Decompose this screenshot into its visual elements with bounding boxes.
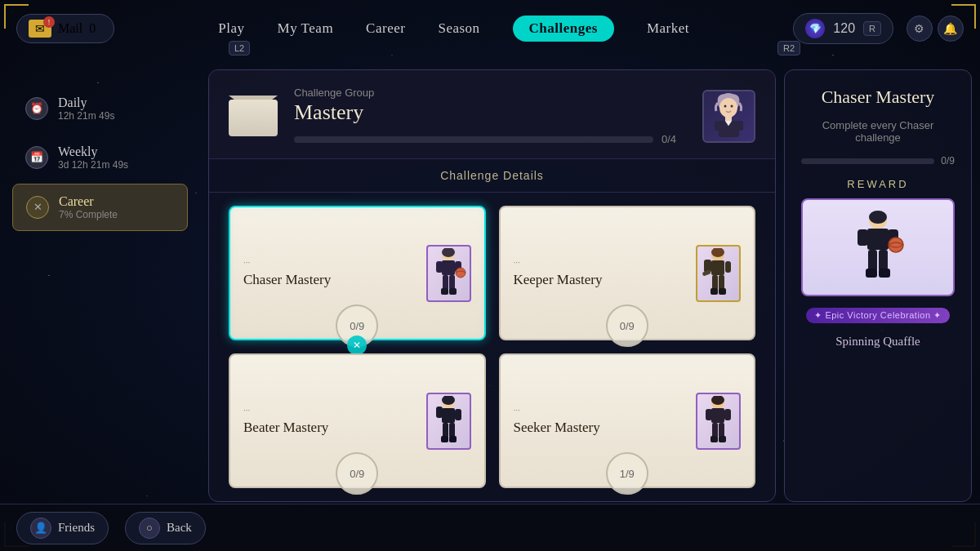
nav-play[interactable]: Play <box>218 20 244 37</box>
currency-icon: 💎 <box>805 19 825 38</box>
sidebar: ⏰ Daily 12h 21m 49s 📅 Weekly 3d 12h 21m … <box>0 69 200 502</box>
career-icon: ✕ <box>26 196 49 219</box>
sidebar-item-daily[interactable]: ⏰ Daily 12h 21m 49s <box>12 86 188 131</box>
svg-rect-41 <box>724 409 731 420</box>
keeper-card-left: ··· Keeper Mastery <box>514 258 603 288</box>
character-avatar <box>702 90 755 143</box>
svg-rect-4 <box>725 116 732 121</box>
challenge-group-label: Challenge Group <box>294 87 686 99</box>
nav-myteam[interactable]: My Team <box>278 20 334 37</box>
svg-rect-48 <box>867 229 889 250</box>
challenge-card-beater[interactable]: ··· Beater Mastery <box>229 353 486 488</box>
svg-point-17 <box>456 268 466 278</box>
svg-rect-11 <box>436 261 443 273</box>
friends-label: Friends <box>58 521 95 535</box>
weekly-sublabel: 3d 12h 21m 49s <box>58 159 128 171</box>
seeker-card-title: Seeker Mastery <box>514 420 600 436</box>
mail-badge: ! <box>43 16 55 28</box>
reward-badge: ✦ Epic Victory Celebration ✦ <box>806 308 949 323</box>
nav-challenges[interactable]: Challenges <box>513 16 614 42</box>
svg-rect-45 <box>719 436 726 442</box>
svg-point-3 <box>731 105 733 108</box>
right-progress-text: 0/9 <box>941 155 955 167</box>
nav-season[interactable]: Season <box>438 20 479 37</box>
challenge-card-seeker[interactable]: ··· Seeker Mastery <box>499 353 756 488</box>
right-panel-progress: 0/9 <box>801 155 955 167</box>
weekly-icon: 📅 <box>25 146 48 169</box>
challenge-details-header: Challenge Details <box>209 159 775 193</box>
avatar-svg <box>706 91 751 140</box>
chaser-figure <box>430 248 467 299</box>
bottombar: 👤 Friends ○ Back <box>0 504 980 551</box>
back-button[interactable]: ○ Back <box>125 512 206 544</box>
reward-figure <box>849 211 906 284</box>
weekly-label: Weekly <box>58 144 128 159</box>
svg-rect-24 <box>719 275 724 290</box>
main-content: ⏰ Daily 12h 21m 49s 📅 Weekly 3d 12h 21m … <box>0 69 980 502</box>
svg-rect-16 <box>449 288 457 295</box>
topbar-action-icons: ⚙ 🔔 <box>906 16 964 42</box>
svg-rect-42 <box>712 423 718 438</box>
settings-icon[interactable]: ⚙ <box>906 16 933 42</box>
envelope-body <box>229 100 278 136</box>
svg-rect-30 <box>442 408 455 423</box>
chaser-card-image <box>426 245 471 302</box>
daily-label: Daily <box>58 96 114 110</box>
right-panel-subtitle: Complete every Chaser challenge <box>801 119 955 144</box>
svg-point-55 <box>889 238 903 252</box>
daily-sublabel: 12h 21m 49s <box>58 110 114 122</box>
challenge-panel: Challenge Group Mastery 0/4 <box>208 69 776 502</box>
topbar: ✉ ! Mail 0 Play My Team Career Season Ch… <box>0 0 980 57</box>
svg-rect-6 <box>715 121 721 131</box>
challenge-details-label: Challenge Details <box>440 169 544 182</box>
r-badge: R <box>863 21 881 36</box>
envelope-icon <box>229 96 278 136</box>
svg-rect-53 <box>866 269 877 278</box>
panel-header: Challenge Group Mastery 0/4 <box>209 70 775 159</box>
right-panel: Chaser Mastery Complete every Chaser cha… <box>784 69 972 502</box>
main-nav: Play My Team Career Season Challenges Ma… <box>218 16 689 42</box>
reward-name: Spinning Quaffle <box>835 335 920 349</box>
daily-icon: ⏰ <box>25 97 48 120</box>
career-sublabel: 7% Complete <box>59 209 118 220</box>
challenge-card-keeper[interactable]: ··· Keeper Mastery <box>499 206 756 340</box>
sidebar-item-career[interactable]: ✕ Career 7% Complete <box>12 184 188 231</box>
svg-rect-52 <box>879 250 888 271</box>
group-progress-text: 0/4 <box>662 133 686 145</box>
beater-progress: 0/9 <box>336 452 378 495</box>
currency-amount: 120 <box>833 21 855 36</box>
svg-rect-40 <box>706 409 712 420</box>
challenge-group-info: Challenge Group Mastery 0/4 <box>294 87 686 145</box>
chaser-selected-indicator: ✕ <box>347 335 367 355</box>
keeper-figure <box>700 248 737 299</box>
svg-rect-7 <box>737 121 743 131</box>
mail-icon: ✉ ! <box>29 20 51 38</box>
friends-button[interactable]: 👤 Friends <box>16 512 109 544</box>
career-label: Career <box>59 194 118 209</box>
back-icon: ○ <box>139 518 160 539</box>
svg-rect-34 <box>449 423 455 438</box>
svg-point-2 <box>724 105 727 108</box>
group-progress-container: 0/4 <box>294 133 686 145</box>
svg-rect-51 <box>868 250 877 271</box>
currency-widget: 💎 120 R <box>793 13 893 44</box>
beater-card-left: ··· Beater Mastery <box>243 406 328 436</box>
beater-card-small-label: ··· <box>243 406 328 415</box>
help-icon[interactable]: 🔔 <box>938 16 964 42</box>
svg-rect-43 <box>719 423 724 438</box>
svg-rect-10 <box>442 260 455 275</box>
mail-widget[interactable]: ✉ ! Mail 0 <box>16 14 114 43</box>
seeker-card-left: ··· Seeker Mastery <box>514 406 600 436</box>
seeker-progress: 1/9 <box>606 452 648 495</box>
svg-rect-44 <box>710 436 718 442</box>
sidebar-item-weekly[interactable]: 📅 Weekly 3d 12h 21m 49s <box>12 135 188 180</box>
back-label: Back <box>167 521 192 535</box>
beater-card-title: Beater Mastery <box>243 420 328 436</box>
friends-icon: 👤 <box>30 518 51 539</box>
svg-rect-36 <box>449 436 457 442</box>
nav-market[interactable]: Market <box>647 20 689 37</box>
challenge-card-chaser[interactable]: ··· Chaser Mastery <box>229 206 486 340</box>
group-progress-bar <box>294 136 653 143</box>
nav-career[interactable]: Career <box>366 20 405 37</box>
chaser-card-title: Chaser Mastery <box>243 272 331 288</box>
